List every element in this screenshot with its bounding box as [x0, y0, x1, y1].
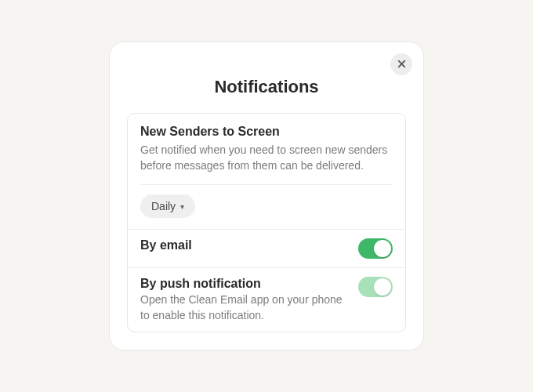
frequency-select[interactable]: Daily ▾ [140, 194, 195, 218]
frequency-row: Daily ▾ [128, 185, 405, 229]
toggle-row-email: By email [128, 229, 405, 267]
toggle-knob [374, 278, 391, 296]
toggle-row-push: By push notification Open the Clean Emai… [128, 267, 405, 332]
section-heading: New Senders to Screen [140, 125, 393, 139]
chevron-down-icon: ▾ [180, 202, 184, 211]
modal-title: Notifications [127, 77, 406, 97]
toggle-label-email: By email [140, 238, 350, 252]
screen-section: New Senders to Screen Get notified when … [128, 114, 405, 185]
notifications-modal: Notifications New Senders to Screen Get … [110, 42, 423, 350]
close-button[interactable] [390, 53, 412, 75]
toggle-knob [374, 240, 391, 257]
toggle-push[interactable] [358, 277, 393, 297]
toggle-email[interactable] [358, 238, 393, 259]
frequency-label: Daily [151, 200, 176, 212]
settings-card: New Senders to Screen Get notified when … [127, 113, 406, 333]
toggle-label-push: By push notification [140, 277, 350, 291]
section-description: Get notified when you need to screen new… [140, 142, 393, 174]
toggle-desc-push: Open the Clean Email app on your phone t… [140, 292, 350, 323]
close-icon [397, 59, 407, 69]
